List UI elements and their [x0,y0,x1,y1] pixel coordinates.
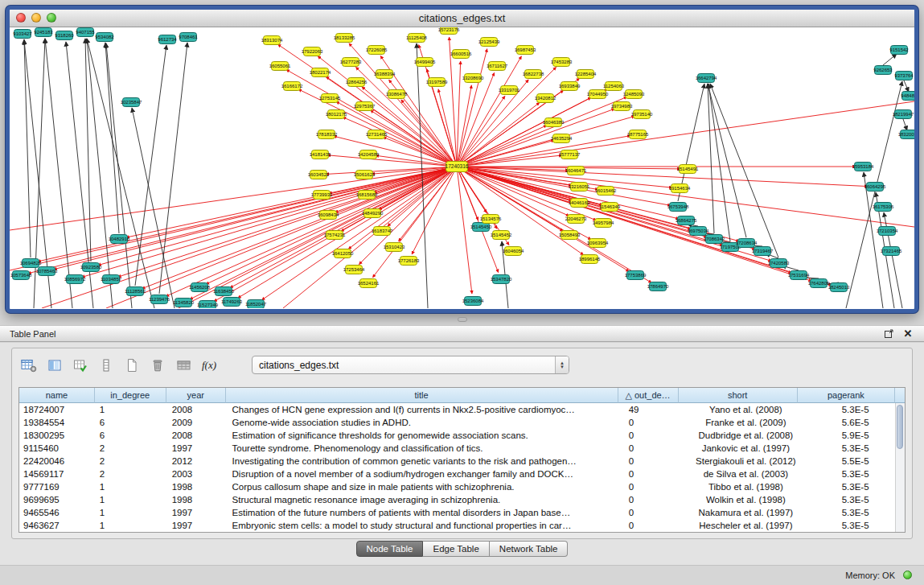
table-cell[interactable]: 14569117 [19,468,96,480]
table-cell[interactable]: 1 [96,519,168,532]
table-mode-button[interactable] [18,356,39,375]
table-cell[interactable]: 9777169 [19,480,96,493]
graph-node[interactable]: 16034522 [308,171,330,179]
graph-node[interactable]: 13420812 [535,94,556,103]
graph-node[interactable]: 13319701 [499,86,520,95]
graph-node[interactable]: 10694825 [20,259,42,268]
table-row[interactable]: 1872400712008Changes of HCN gene express… [19,403,905,416]
float-panel-icon[interactable] [882,328,895,340]
graph-node[interactable]: 17420583 [768,259,790,268]
column-header-in_degree[interactable]: in_degree [95,388,166,403]
table-cell[interactable]: 5.3E-5 [806,403,905,416]
graph-node[interactable]: 12753145 [319,94,341,103]
table-cell[interactable]: 1 [96,403,168,416]
table-row[interactable]: 911546021997Tourette syndrome. Phenomeno… [19,442,905,455]
column-header-short[interactable]: short [679,388,798,403]
graph-node[interactable]: 15236084 [462,297,484,306]
graph-edge-red[interactable] [54,167,457,270]
graph-node[interactable]: 16277283 [340,58,362,67]
graph-node[interactable]: 17253464 [343,266,365,274]
graph-node[interactable]: 16822738 [523,70,544,79]
graph-node[interactable]: 12731465 [366,130,388,139]
table-cell[interactable]: Disruption of a novel member of a sodium… [228,468,625,480]
graph-edge-red[interactable] [457,167,572,200]
graph-node[interactable]: 17044950 [587,90,609,99]
table-cell[interactable]: 9463627 [19,519,96,532]
table-cell[interactable]: 5.9E-5 [806,429,905,442]
graph-node[interactable]: 10482916 [109,235,130,244]
table-cell[interactable]: Structural magnetic resonance image aver… [228,493,625,506]
new-row-button[interactable] [121,356,142,375]
graph-edge-black[interactable] [864,172,883,308]
table-cell[interactable]: 2 [96,442,168,455]
graph-node[interactable]: 10785463 [36,267,58,276]
table-cell[interactable]: 1998 [168,493,228,506]
column-header-year[interactable]: year [166,388,226,403]
table-cell[interactable]: Hescheler et al. (1997) [686,519,807,532]
table-cell[interactable]: 0 [625,468,686,480]
scrollbar-thumb[interactable] [897,405,903,449]
table-cell[interactable]: 1998 [168,480,228,493]
table-cell[interactable]: Investigating the contribution of common… [228,455,625,468]
rows-button[interactable] [96,356,117,375]
graph-edge-black[interactable] [904,80,909,92]
close-panel-icon[interactable]: ✕ [901,328,914,340]
graph-node[interactable]: 11852047 [245,300,267,309]
graph-node[interactable]: 16864275 [676,216,697,225]
table-row[interactable]: 946362711997Embryonic stem cells: a mode… [19,519,905,532]
graph-node[interactable]: 17726183 [398,257,420,266]
graph-node[interactable]: 11749263 [221,298,243,307]
graph-node[interactable]: 11456208 [189,283,211,292]
table-row[interactable]: 1938455462009Genome-wide association stu… [19,416,905,429]
graph-node[interactable]: 11128563 [125,287,146,296]
graph-node[interactable]: 15723176 [438,27,460,35]
table-cell[interactable]: Changes of HCN gene expression and I(f) … [228,403,625,416]
tab-node-table[interactable]: Node Table [356,541,424,557]
graph-node[interactable]: 19734983 [611,102,633,111]
graph-node[interactable]: 16046054 [503,247,524,256]
table-cell[interactable]: 49 [625,403,686,416]
graph-node[interactable]: 9407155 [76,28,95,37]
graph-node[interactable]: 9245183 [34,28,53,37]
graph-node[interactable]: 17240316 [446,162,469,172]
table-cell[interactable]: 0 [625,519,686,532]
graph-node[interactable]: 9103427 [13,30,32,39]
graph-node[interactable]: 10235847 [121,98,142,107]
graph-node[interactable]: 16711627 [487,62,508,71]
graph-node[interactable]: 16046471 [565,167,587,175]
graph-node[interactable]: 10573648 [10,271,32,280]
graph-node[interactable]: 11254063 [603,82,625,91]
graph-node[interactable]: 14046162 [569,199,590,208]
table-cell[interactable]: 0 [625,506,686,519]
table-cell[interactable]: Wolkin et al. (1998) [686,493,807,506]
graph-node[interactable]: 14181435 [310,150,331,159]
table-cell[interactable]: Tourette syndrome. Phenomenology and cla… [228,442,625,455]
table-cell[interactable]: 5.3E-5 [806,442,905,455]
table-cell[interactable]: 0 [625,493,686,506]
table-cell[interactable]: 6 [96,429,168,442]
table-cell[interactable]: 22420046 [19,455,96,468]
table-cell[interactable]: 18300295 [19,429,96,442]
graph-node[interactable]: 17321465 [881,247,902,256]
graph-node[interactable]: 16815683 [356,191,378,200]
table-cell[interactable]: 2003 [168,468,228,480]
graph-node[interactable]: 14849290 [362,209,384,218]
graph-node[interactable]: 12285404 [575,70,597,79]
graph-node[interactable]: 14635294 [551,134,573,143]
graph-node[interactable]: 16388394 [374,70,396,79]
graph-node[interactable]: 18022174 [310,68,331,77]
table-cell[interactable]: 0 [625,455,686,468]
graph-node[interactable]: 17208634 [736,239,758,248]
table-cell[interactable]: Genome-wide association studies in ADHD. [228,416,625,429]
titlebar[interactable]: citations_edges.txt [10,10,914,27]
table-cell[interactable]: 9699695 [19,493,96,506]
table-cell[interactable]: 0 [625,442,686,455]
graph-edge-black[interactable] [903,119,907,130]
graph-node[interactable]: 18219947 [893,110,914,119]
graph-node[interactable]: 15134576 [480,215,502,224]
graph-node[interactable]: 15953184 [852,163,874,171]
graph-node[interactable]: 12125439 [478,38,500,47]
graph-edge-red[interactable] [28,167,457,274]
graph-node[interactable]: 16600516 [450,50,472,59]
graph-node[interactable]: 17864970 [647,282,669,291]
